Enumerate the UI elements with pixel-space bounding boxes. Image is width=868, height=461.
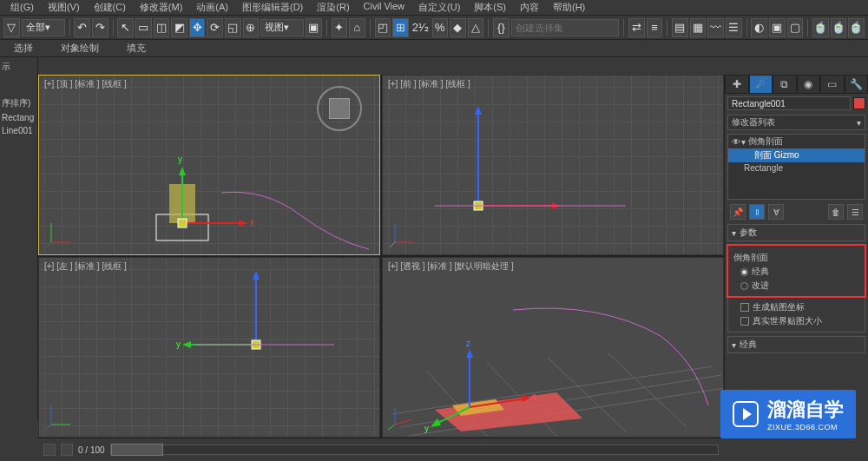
menu-bar: 组(G) 视图(V) 创建(C) 修改器(M) 动画(A) 图形编辑器(D) 渲…	[0, 0, 868, 16]
svg-line-37	[608, 353, 687, 427]
scale-button[interactable]: ◱	[225, 18, 241, 37]
svg-marker-24	[182, 341, 191, 348]
mod-item-bevel-profile[interactable]: 👁▾倒角剖面	[728, 135, 865, 148]
viewport-top[interactable]: [+] [顶 ] [标准 ] [线框 ] y x	[38, 75, 380, 255]
rollout-header-classic[interactable]: ▾ 经典	[727, 336, 865, 353]
tab-motion[interactable]: ◉	[797, 75, 821, 94]
next-key-button[interactable]	[61, 444, 73, 456]
viewport-label-front: [+] [前 ] [标准 ] [线框 ]	[388, 78, 470, 90]
menu-graph-editors[interactable]: 图形编辑器(D)	[235, 0, 310, 15]
configure-sets-button[interactable]: ☰	[847, 204, 863, 220]
menu-content[interactable]: 内容	[513, 0, 546, 15]
svg-marker-5	[239, 220, 247, 227]
selection-filter-dropdown[interactable]: 全部 ▾	[22, 19, 65, 36]
svg-line-30	[46, 425, 51, 430]
check-real-world[interactable]: 真实世界贴图大小	[733, 314, 859, 328]
expand-icon: ▾	[732, 340, 736, 350]
play-logo-icon	[733, 401, 759, 427]
render-prod-button[interactable]: 🍵	[812, 18, 829, 37]
render-iterative-button[interactable]: 🍵	[831, 18, 847, 37]
tab-hierarchy[interactable]: ⧉	[773, 75, 797, 94]
menu-modifiers[interactable]: 修改器(M)	[133, 0, 190, 15]
select-crossing-button[interactable]: ◩	[171, 18, 187, 37]
move-button[interactable]: ✥	[189, 18, 206, 37]
radio-improved[interactable]: 改进	[733, 279, 859, 293]
redo-button[interactable]: ↷	[92, 18, 108, 37]
menu-group[interactable]: 组(G)	[3, 0, 41, 15]
schematic-view-button[interactable]: ☰	[726, 18, 742, 37]
rollout-classic: ▾ 经典	[727, 336, 865, 353]
tab-modify[interactable]: ☄	[749, 75, 773, 94]
svg-marker-41	[466, 349, 473, 358]
select-rect-button[interactable]: ▭	[135, 18, 152, 37]
rendered-frame-button[interactable]: ▢	[787, 18, 804, 37]
render-setup-button[interactable]: ▣	[769, 18, 786, 37]
placement-button[interactable]: ⊕	[243, 18, 260, 37]
keyboard-shortcut-button[interactable]: ⌂	[349, 18, 365, 37]
svg-line-11	[46, 242, 51, 247]
menu-scripting[interactable]: 脚本(S)	[467, 0, 513, 15]
radio-classic[interactable]: 经典	[733, 265, 859, 279]
remove-modifier-button[interactable]: 🗑	[828, 204, 844, 220]
toggle-ribbon-button[interactable]: ▦	[690, 18, 707, 37]
svg-text:y: y	[178, 155, 182, 164]
snaps-toggle-button[interactable]: ◰	[375, 18, 391, 37]
mod-item-rectangle[interactable]: Rectangle	[728, 162, 865, 174]
menu-civil-view[interactable]: Civil View	[357, 0, 411, 15]
filter-icon[interactable]: ▽	[3, 18, 20, 37]
material-editor-button[interactable]: ◐	[751, 18, 767, 37]
align-button[interactable]: ≡	[647, 18, 663, 37]
tab-create[interactable]: ✚	[725, 75, 749, 94]
mirror-button[interactable]: ⇄	[628, 18, 645, 37]
pivot-button[interactable]: ▣	[306, 18, 322, 37]
tab-utilities[interactable]: 🔧	[845, 75, 869, 94]
pin-stack-button[interactable]: 📌	[730, 204, 746, 220]
menu-create[interactable]: 创建(C)	[87, 0, 133, 15]
viewport-perspective[interactable]: [+] [透视 ] [标准 ] [默认明暗处理 ] z x y	[382, 257, 724, 438]
render-activeshade-button[interactable]: 🍵	[848, 18, 865, 37]
percent-snap-button[interactable]: %	[432, 18, 449, 37]
time-thumb[interactable]	[111, 444, 163, 456]
tab-display[interactable]: ▭	[820, 75, 845, 94]
modifier-stack[interactable]: 👁▾倒角剖面 剖面 Gizmo Rectangle	[727, 134, 865, 200]
named-sel-button[interactable]: {}	[493, 18, 510, 37]
modifier-list-dropdown[interactable]: 修改器列表▾	[727, 115, 865, 130]
rotate-button[interactable]: ⟳	[207, 18, 223, 37]
radio-on-icon	[740, 268, 748, 276]
select-window-button[interactable]: ◫	[154, 18, 170, 37]
rollout-header-params[interactable]: ▾ 参数	[727, 224, 865, 241]
prev-key-button[interactable]	[43, 444, 56, 456]
named-selection-set-input[interactable]	[511, 19, 620, 36]
show-end-result-button[interactable]: Ⅱ	[749, 204, 765, 220]
select-object-button[interactable]: ↖	[117, 18, 134, 37]
scene-item-rect[interactable]: Rectang	[2, 111, 36, 124]
viewport-left[interactable]: [+] [左 ] [标准 ] [线框 ] y	[38, 257, 380, 438]
select-manipulate-button[interactable]: ✦	[332, 18, 348, 37]
ribbon-object-paint[interactable]: 对象绘制	[56, 40, 104, 56]
make-unique-button[interactable]: ∀	[768, 204, 784, 220]
snaps-3d-button[interactable]: ⊞	[392, 18, 409, 37]
menu-animation[interactable]: 动画(A)	[189, 0, 235, 15]
ref-coord-dropdown[interactable]: 视图 ▾	[260, 19, 304, 36]
edged-faces-button[interactable]: △	[468, 18, 484, 37]
object-color-swatch[interactable]	[853, 97, 865, 109]
spinner-snap-button[interactable]: ◆	[450, 18, 466, 37]
mod-subitem-gizmo[interactable]: 剖面 Gizmo	[728, 148, 865, 162]
layer-explorer-button[interactable]: ▤	[672, 18, 688, 37]
time-track[interactable]	[110, 445, 719, 455]
rollout-bevel-profile: 倒角剖面 经典 改进 生成贴图坐标 真实世界贴图大小	[727, 245, 865, 333]
check-gen-mapping[interactable]: 生成贴图坐标	[733, 300, 859, 314]
svg-text:x: x	[532, 392, 536, 401]
menu-rendering[interactable]: 渲染(R)	[310, 0, 356, 15]
menu-help[interactable]: 帮助(H)	[546, 0, 592, 15]
menu-customize[interactable]: 自定义(U)	[411, 0, 467, 15]
menu-view[interactable]: 视图(V)	[41, 0, 87, 15]
viewport-front[interactable]: [+] [前 ] [标准 ] [线框 ]	[382, 75, 724, 255]
object-name-input[interactable]	[727, 96, 851, 110]
ribbon-select[interactable]: 选择	[9, 40, 38, 56]
scene-item-line[interactable]: Line001	[2, 124, 36, 137]
ribbon-populate[interactable]: 填充	[122, 40, 151, 56]
curve-editor-button[interactable]: 〰	[707, 18, 724, 37]
svg-text:z: z	[466, 339, 470, 348]
undo-button[interactable]: ↶	[74, 18, 90, 37]
